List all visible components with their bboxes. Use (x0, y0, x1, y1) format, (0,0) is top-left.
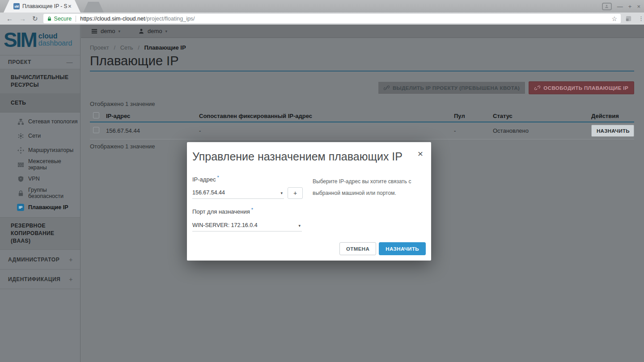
column-header-ip[interactable]: IP-адрес (106, 113, 199, 119)
sidebar-item-networks[interactable]: Сети (0, 129, 80, 143)
page-title: Плавающие IP (90, 53, 634, 69)
chevron-down-icon: ▾ (119, 29, 121, 34)
application-window: sM Плавающие IP - SIM-N × — + × ← → ↻ Se… (0, 0, 644, 362)
table-header-row: IP-адрес Сопоставлен фиксированный IP-ад… (90, 110, 634, 122)
sidebar-group-compute[interactable]: ВЫЧИСЛИТЕЛЬНЫЕ РЕСУРСЫ (0, 69, 80, 94)
chevron-down-icon: ▾ (280, 191, 283, 195)
ip-address-value: 156.67.54.44 (192, 189, 225, 196)
sidebar-item-routers[interactable]: Маршрутизаторы (0, 143, 80, 157)
sidebar-section-label: ПРОЕКТ (8, 59, 31, 65)
floating-ip-icon: IP (17, 204, 24, 211)
associate-button[interactable]: НАЗНАЧИТЬ (592, 125, 634, 136)
sidebar: SIM cloud dashboard ПРОЕКТ — ВЫЧИСЛИТЕЛЬ… (0, 25, 80, 362)
tab-close-icon[interactable]: × (68, 3, 72, 9)
sidebar-item-floating-ips[interactable]: IP Плавающие IP (0, 200, 80, 215)
address-bar[interactable]: Secure https://cloud.sim-cloud.net /proj… (43, 14, 621, 23)
reload-button[interactable]: ↻ (32, 15, 38, 23)
column-header-actions: Действия (591, 113, 634, 119)
sidebar-item-label: VPN (28, 176, 40, 182)
sidebar-item-security-groups[interactable]: Группы безопасности (0, 186, 80, 200)
browser-url-bar: ← → ↻ Secure https://cloud.sim-cloud.net… (0, 13, 644, 25)
sidebar-section-project[interactable]: ПРОЕКТ — (0, 55, 80, 69)
port-field-label: Порт для назначения* (192, 207, 303, 215)
cancel-button[interactable]: ОТМЕНА (339, 242, 376, 255)
sidebar-item-label: Сети (28, 133, 41, 139)
submit-associate-button[interactable]: НАЗНАЧИТЬ (379, 242, 426, 255)
modal-close-icon[interactable]: × (418, 149, 423, 158)
sidebar-item-label: Сетевая топология (28, 118, 77, 125)
sidebar-item-label: Группы безопасности (28, 187, 80, 199)
breadcrumb-separator: / (138, 44, 140, 51)
column-header-pool[interactable]: Пул (454, 113, 493, 119)
shield-icon (17, 175, 24, 182)
sidebar-item-label: Межсетевые экраны (28, 158, 80, 171)
browser-tab-bar: sM Плавающие IP - SIM-N × — + × (0, 0, 644, 13)
sidebar-group-label: РЕЗЕРВНОЕ КОПИРОВАНИЕ (BAAS) (11, 223, 55, 244)
bookmark-star-icon[interactable]: ☆ (611, 15, 617, 22)
forward-button[interactable]: → (19, 15, 26, 22)
browser-tab[interactable]: sM Плавающие IP - SIM-N × (4, 0, 80, 13)
table-caption-top: Отображено 1 значение (90, 101, 634, 107)
allocate-ip-button[interactable]: ВЫДЕЛИТЬ IP ПРОЕКТУ (ПРЕВЫШЕНА КВОТА) (378, 81, 525, 94)
collapse-icon[interactable]: — (67, 59, 73, 66)
back-button[interactable]: ← (6, 15, 13, 22)
release-floating-ips-label: ОСВОБОДИТЬ ПЛАВАЮЩИЕ IP (543, 85, 628, 91)
table-actions-toolbar: ВЫДЕЛИТЬ IP ПРОЕКТУ (ПРЕВЫШЕНА КВОТА) ОС… (90, 81, 634, 94)
secure-label: Secure (54, 16, 72, 22)
modal-body: IP-адрес* 156.67.54.44 ▾ + Порт для назн… (192, 175, 426, 232)
cell-status: Остановлено (493, 127, 591, 134)
breadcrumb-project[interactable]: Проект (90, 44, 109, 51)
breadcrumb-current: Плавающие IP (144, 44, 186, 51)
browser-profile-icon[interactable] (602, 3, 612, 10)
release-floating-ips-button[interactable]: ОСВОБОДИТЬ ПЛАВАЮЩИЕ IP (529, 81, 634, 94)
sidebar-item-firewalls[interactable]: Межсетевые экраны (0, 157, 80, 172)
url-domain: https://cloud.sim-cloud.net (80, 16, 145, 22)
logo-dashboard-label: dashboard (38, 40, 72, 47)
project-switcher-menu[interactable]: demo ▾ (91, 28, 120, 34)
sidebar-group-label: ВЫЧИСЛИТЕЛЬНЫЕ РЕСУРСЫ (11, 74, 68, 88)
logo-cloud-label: cloud (38, 33, 72, 40)
column-header-status[interactable]: Статус (493, 113, 591, 119)
port-value: WIN-SERVER: 172.16.0.4 (192, 222, 258, 228)
column-header-mapped-fixed-ip[interactable]: Сопоставлен фиксированный IP-адрес (199, 113, 454, 119)
add-ip-button[interactable]: + (288, 187, 303, 199)
port-select[interactable]: WIN-SERVER: 172.16.0.4 ▾ (192, 220, 302, 232)
sidebar-section-admin[interactable]: АДМИНИСТРАТОР + (0, 250, 80, 269)
networks-icon (17, 132, 24, 139)
sidebar-section-label: ИДЕНТИФИКАЦИЯ (8, 276, 60, 282)
new-tab-button[interactable] (83, 2, 104, 13)
browser-menu-icon[interactable]: ⋮ (638, 15, 644, 22)
row-checkbox[interactable] (93, 127, 99, 133)
user-menu[interactable]: demo ▾ (138, 28, 167, 34)
sidebar-group-network[interactable]: СЕТЬ (0, 94, 80, 113)
modal-form: IP-адрес* 156.67.54.44 ▾ + Порт для назн… (192, 175, 303, 232)
cell-ip-address: 156.67.54.44 (106, 127, 199, 134)
sidebar-group-backup[interactable]: РЕЗЕРВНОЕ КОПИРОВАНИЕ (BAAS) (0, 218, 80, 250)
cell-pool: - (454, 127, 493, 134)
window-close-button[interactable]: × (637, 3, 640, 10)
window-maximize-button[interactable]: + (628, 3, 632, 10)
required-asterisk: * (251, 207, 253, 212)
ip-address-select[interactable]: 156.67.54.44 ▾ (192, 187, 284, 199)
topology-icon (17, 118, 24, 125)
required-asterisk: * (217, 175, 219, 180)
sidebar-item-network-topology[interactable]: Сетевая топология (0, 114, 80, 129)
extension-icon[interactable] (625, 15, 632, 22)
sidebar-item-label: Плавающие IP (28, 204, 68, 210)
expand-icon[interactable]: + (69, 276, 73, 283)
sidebar-item-vpn[interactable]: VPN (0, 172, 80, 186)
chevron-down-icon: ▾ (298, 223, 301, 228)
project-menu-label: demo (101, 28, 115, 34)
modal-help-text: Выберите IP-адрес вы хотите связать с вы… (313, 175, 424, 232)
unlink-icon (534, 85, 540, 91)
cell-mapped-fixed-ip: - (199, 127, 454, 134)
user-icon (138, 28, 144, 34)
sidebar-section-identity[interactable]: ИДЕНТИФИКАЦИЯ + (0, 269, 80, 289)
user-menu-label: demo (148, 28, 162, 34)
expand-icon[interactable]: + (69, 256, 73, 263)
window-minimize-button[interactable]: — (617, 3, 623, 10)
select-all-checkbox[interactable] (93, 112, 99, 118)
site-favicon-icon: sM (13, 3, 20, 9)
logo[interactable]: SIM cloud dashboard (0, 25, 80, 55)
breadcrumb-network[interactable]: Сеть (120, 44, 133, 51)
